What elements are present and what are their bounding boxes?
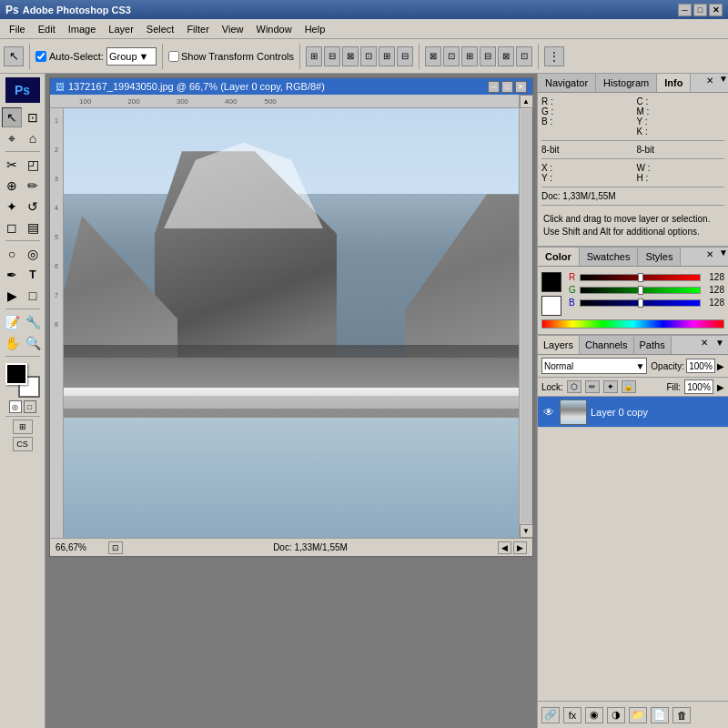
vertical-scrollbar[interactable]: ▲ ▼ (519, 95, 532, 538)
g-slider[interactable] (580, 287, 701, 294)
gradient-tool[interactable]: ▤ (23, 217, 43, 238)
layers-panel-menu[interactable]: ▼ (712, 336, 728, 354)
r-slider-thumb[interactable] (638, 273, 643, 282)
link-layers-button[interactable]: 🔗 (541, 707, 560, 723)
lasso-tool[interactable]: ⌖ (2, 128, 22, 148)
tab-navigator[interactable]: Navigator (538, 74, 596, 92)
menu-file[interactable]: File (4, 20, 31, 38)
align-left-button[interactable]: ⊡ (360, 46, 377, 66)
scroll-track[interactable] (521, 109, 532, 523)
menu-edit[interactable]: Edit (33, 20, 61, 38)
minimize-button[interactable]: ─ (678, 4, 692, 16)
r-slider[interactable] (580, 274, 701, 281)
tab-channels[interactable]: Channels (580, 336, 633, 354)
menu-view[interactable]: View (217, 20, 249, 38)
standard-mode-button[interactable]: □ (24, 400, 36, 413)
align-right-button[interactable]: ⊟ (397, 46, 413, 66)
foreground-color-box[interactable] (5, 363, 27, 385)
align-top-button[interactable]: ⊞ (306, 46, 322, 66)
zoom-preview-button[interactable]: ⊡ (108, 541, 123, 554)
next-state-button[interactable]: ▶ (513, 541, 527, 554)
color-panel-menu[interactable]: ▼ (719, 248, 728, 266)
slice-tool[interactable]: ◰ (23, 155, 43, 175)
new-fill-adjustment-button[interactable]: ◑ (607, 707, 625, 723)
scroll-up-button[interactable]: ▲ (520, 95, 533, 108)
lock-image-button[interactable]: ✏ (585, 380, 600, 393)
menu-help[interactable]: Help (299, 20, 331, 38)
move-tool-icon[interactable]: ↖ (4, 46, 24, 66)
blur-tool[interactable]: ◎ (23, 244, 43, 264)
move-tool[interactable]: ↖ (2, 107, 22, 127)
quick-mask-button[interactable]: ◎ (9, 400, 22, 413)
dist-vcenter-button[interactable]: ⊡ (443, 46, 460, 66)
bg-color-preview[interactable] (541, 296, 561, 316)
lock-position-button[interactable]: ✦ (603, 380, 618, 393)
pen-tool[interactable]: ✒ (2, 265, 22, 285)
tab-color[interactable]: Color (538, 248, 580, 266)
brush-tool[interactable]: ✏ (23, 176, 43, 196)
b-slider-thumb[interactable] (638, 298, 643, 308)
add-style-button[interactable]: fx (563, 707, 581, 723)
dist-hcenter-button[interactable]: ⊠ (498, 46, 514, 66)
tab-paths[interactable]: Paths (634, 336, 672, 354)
color-panel-close[interactable]: ✕ (703, 248, 717, 266)
screen-mode-button[interactable]: ⊞ (13, 420, 33, 434)
menu-window[interactable]: Window (251, 20, 298, 38)
close-button[interactable]: ✕ (709, 4, 723, 16)
opacity-arrow[interactable]: ▶ (717, 361, 724, 371)
color-selector[interactable] (5, 363, 40, 398)
g-slider-thumb[interactable] (638, 286, 643, 295)
menu-layer[interactable]: Layer (103, 20, 139, 38)
magic-wand-tool[interactable]: ⌂ (23, 128, 43, 148)
auto-select-dropdown[interactable]: Group ▼ (106, 47, 157, 66)
extras-button[interactable]: ⋮ (544, 46, 564, 66)
doc-minimize-button[interactable]: ─ (488, 81, 500, 93)
shape-tool[interactable]: □ (23, 286, 43, 306)
info-panel-menu[interactable]: ▼ (719, 74, 728, 92)
history-brush-tool[interactable]: ↺ (23, 197, 43, 217)
zoom-tool[interactable]: 🔍 (23, 333, 43, 353)
crop-tool[interactable]: ✂ (2, 155, 22, 175)
hand-tool[interactable]: ✋ (2, 333, 22, 353)
dist-left-button[interactable]: ⊟ (480, 46, 496, 66)
healing-brush-tool[interactable]: ⊕ (2, 176, 22, 196)
align-vcenter-button[interactable]: ⊟ (324, 46, 340, 66)
delete-layer-button[interactable]: 🗑 (672, 707, 691, 723)
type-tool[interactable]: T (23, 265, 43, 285)
lock-all-button[interactable]: 🔒 (622, 380, 636, 393)
fill-value[interactable]: 100% (684, 379, 713, 394)
align-bottom-button[interactable]: ⊠ (342, 46, 359, 66)
fill-arrow[interactable]: ▶ (717, 382, 724, 392)
eyedropper-tool[interactable]: 🔧 (23, 312, 43, 332)
notes-tool[interactable]: 📝 (2, 312, 22, 332)
layers-panel-close[interactable]: ✕ (697, 336, 712, 354)
clone-stamp-tool[interactable]: ✦ (2, 197, 22, 217)
eraser-tool[interactable]: ◻ (2, 217, 22, 238)
b-slider[interactable] (580, 299, 701, 307)
auto-select-checkbox[interactable] (35, 51, 46, 62)
tab-info[interactable]: Info (657, 74, 691, 92)
prev-state-button[interactable]: ◀ (498, 541, 511, 554)
menu-filter[interactable]: Filter (181, 20, 214, 38)
maximize-button[interactable]: □ (693, 4, 707, 16)
layer-item[interactable]: 👁 Layer 0 copy (538, 397, 728, 428)
menu-image[interactable]: Image (63, 20, 102, 38)
tab-swatches[interactable]: Swatches (580, 248, 639, 266)
scroll-down-button[interactable]: ▼ (520, 524, 533, 538)
color-spectrum[interactable] (541, 319, 724, 329)
new-layer-button[interactable]: 📄 (651, 707, 669, 723)
align-hcenter-button[interactable]: ⊞ (379, 46, 395, 66)
new-group-button[interactable]: 📁 (629, 707, 647, 723)
doc-restore-button[interactable]: □ (501, 81, 513, 93)
tab-histogram[interactable]: Histogram (596, 74, 657, 92)
dist-bottom-button[interactable]: ⊞ (461, 46, 478, 66)
layer-visibility-toggle[interactable]: 👁 (541, 405, 556, 420)
tab-styles[interactable]: Styles (638, 248, 681, 266)
cs-button[interactable]: CS (13, 437, 33, 451)
dodge-tool[interactable]: ○ (2, 244, 22, 264)
transform-controls-checkbox[interactable] (168, 51, 179, 62)
path-select-tool[interactable]: ▶ (2, 286, 22, 306)
blend-mode-dropdown[interactable]: Normal ▼ (541, 358, 647, 374)
add-mask-button[interactable]: ◉ (585, 707, 603, 723)
lock-transparent-button[interactable]: ⬡ (567, 380, 581, 393)
